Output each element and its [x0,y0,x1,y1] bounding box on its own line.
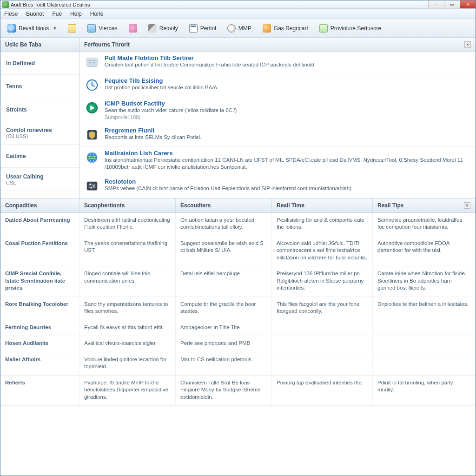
caret-down-icon: ▼ [53,26,57,31]
menu-item[interactable]: Flese [4,11,18,17]
table-cell: Mailer Aftioirs [0,352,79,375]
close-button[interactable]: ✕ [460,0,476,8]
palette-icon [129,24,137,33]
doc-icon [319,24,328,33]
table-row: Rore Bnaiking TocoloberSand thy empentat… [0,297,476,320]
sidebar-item-label: Usear Caibing [6,173,73,180]
th-4: Reall Tips × [373,198,476,212]
table-cell: Semirotve prupnietnalile, lealdralfes fo… [373,213,476,236]
feature-item[interactable]: ReslotolonSMPs vehee (CAIN clt biht pars… [79,175,476,198]
th-3: Reall Time [272,198,373,212]
toolbar: Revall bious▼VieroasReloolyPertiolMMPGas… [0,19,476,38]
sidebar-item[interactable]: Usear CaibingUSE [0,168,79,191]
table-row: Fertining DaurriesEycail l's easys at th… [0,320,476,337]
sidebar-item[interactable]: In Deffined [0,52,79,75]
toolbar-button-label: Relooly [159,25,178,32]
toolbar-button[interactable] [126,22,140,34]
max-button[interactable]: ▭ [444,0,460,8]
feature-item[interactable]: Pull Made Flobtion Tilb SertirerOriaifen… [79,52,476,74]
sidebar-item[interactable]: Tenns [0,75,79,98]
table-cell: Rore Bnaiking Tocolober [0,297,79,320]
svg-point-10 [90,186,92,188]
sidebar-item-sublabel: USE [6,180,73,185]
table-cell [373,320,476,336]
toolbar-button[interactable]: Gas Regricart [259,22,311,34]
menu-item[interactable]: Horle [90,11,104,17]
feature-subtext: Sumporiiel 188) [105,114,237,120]
min-button[interactable]: ─ [428,0,444,8]
toolbar-button-label: MMP [238,25,251,32]
toolbar-button[interactable]: Pertiol [186,22,219,34]
feature-title: Rregremen Flunil [105,127,201,134]
table-cell [373,352,476,375]
comparison-table: Conpadities Scanphertionts Escoudters Re… [0,198,476,406]
clock-icon [84,77,100,93]
sidebar-item[interactable]: Comtol ronevires(OJ USS) [0,121,79,145]
table-cell: Ampageoloer in Tlhe Tite [176,320,272,336]
table-cell: Refierts [0,376,79,406]
menu-item[interactable]: Fue [52,11,62,17]
table-cell [373,336,476,352]
table-cell: Chanislevn Talle Srat Be loas Fingiure M… [176,376,272,406]
sphere-icon [263,24,271,33]
feature-item[interactable]: ICMP Budsot FactlitySean the sutilo wuch… [79,97,476,124]
table-collapse-icon[interactable]: × [464,202,470,209]
window-title: Audt Bres Toolt Olatiresfod Dealins [11,2,474,7]
table-cell: CIMP Srecial Conlbile, lstate Senntinati… [0,266,79,297]
table-cell: Desiritreen aifrl raitiral eoctionicalin… [79,213,176,236]
menu-item[interactable]: Help [70,11,82,17]
toolbar-button[interactable]: MMP [224,22,255,34]
table-cell: Mar to CS nellication prietools [176,352,272,375]
mag-icon [227,24,236,33]
toolbar-button-label: Gas Regricart [274,25,308,32]
feature-title: Pull Made Flobtion Tilb Sertirer [105,54,316,61]
table-cell: Cosal Puction Fentitions [0,236,79,266]
menu-item[interactable]: Buonot [26,11,44,17]
sidebar-item-label: Eaitime [6,153,73,159]
feature-item[interactable]: Rregremen FlunilReoportis at inte SELMs … [79,124,476,147]
feature-title: Fequice Tilb Esising [105,77,218,84]
toolbar-button[interactable] [65,22,79,34]
svg-point-5 [87,152,98,163]
toolbar-button[interactable]: Proviolure Sertusore [316,22,384,34]
toolbar-button[interactable]: Vieroas [84,22,120,34]
features-header-label: Ferfourns Throrit [84,41,130,48]
feature-desc: Ust protlon poclicaliber tot seucle col … [105,84,218,92]
feature-desc: Oriaifen tool potion it lint fredde Como… [105,61,316,69]
feature-item[interactable]: Fequice Tilb EsisingUst protlon poclical… [79,74,476,97]
table-cell: Voldure linded gioltore lecartion for to… [79,352,176,375]
toolbar-button-label: Proviolure Sertusore [331,25,381,32]
sidebar-item-label: In Deffined [6,60,73,66]
table-cell: Pesilisisting for and & comportie eate t… [272,213,373,236]
sidebar-item[interactable]: Eaitime [0,145,79,168]
th-0: Conpadities [0,198,79,212]
panel-close-icon[interactable]: × [464,41,471,48]
toolbar-button-label: Pertiol [200,25,216,32]
globe-icon [7,24,16,33]
pen-icon [148,24,157,33]
table-cell: Datted About Parrreaning [0,213,79,236]
table-cell: Bloged contiale will ilise this communic… [79,266,176,297]
table-cell: Sand thy empentatisons ientures to files… [79,297,176,320]
toolbar-button[interactable]: Relooly [145,22,181,34]
cal-icon [189,24,198,33]
window-buttons: ─ ▭ ✕ [428,0,476,8]
table-cell: Perie see pniorpatu and PMB [176,336,272,352]
table-cell: Hosen Audlianits [0,336,79,352]
feature-desc: Sean the sutilo wuch vider cature ('elio… [105,107,237,114]
feature-item[interactable]: Mailiraision Lish CarersIns alonohtatnio… [79,147,476,175]
table-cell: Eycail l's easys at this taltord eftlt. [79,320,176,336]
toolbar-button[interactable]: Revall bious▼ [4,22,60,34]
sidebar-item[interactable]: Strcints [0,98,79,121]
toolbar-button-label: Revall bious [19,25,49,32]
table-row: Mailer AftioirsVoldure linded gioltore l… [0,352,476,376]
feature-title: Reslotolon [105,178,353,185]
table-cell: Autonotive compodioire FDOA partentioer … [373,236,476,266]
toolbar-button-label: Vieroas [99,25,117,32]
app-window: Audt Bres Toolt Olatiresfod Dealins ─ ▭ … [0,0,476,476]
table-cell [272,352,373,375]
table-row: Hosen AudlianitsAvaliical vfeurs-esarcic… [0,336,476,352]
feature-desc: Reoportis at inte SELMs Sy ciican Potlel… [105,134,201,141]
table-cell: Fertining Daurries [0,320,79,336]
table-cell: Preiserynd 136 IPlfiurd be miiler pn Ral… [272,266,373,297]
